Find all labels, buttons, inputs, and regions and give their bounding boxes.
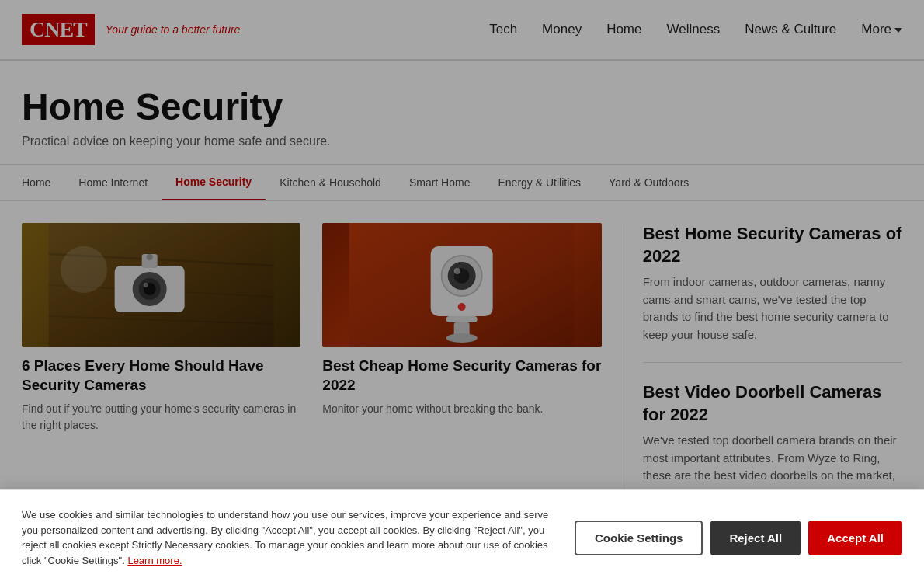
cookie-settings-button[interactable]: Cookie Settings: [575, 521, 703, 524]
content-grid: 6 Places Every Home Should Have Security…: [0, 201, 924, 524]
site-header: CNET Your guide to a better future Tech …: [0, 0, 924, 61]
chevron-down-icon: [894, 28, 902, 33]
svg-point-17: [458, 303, 466, 311]
page-subtitle: Practical advice on keeping your home sa…: [22, 134, 902, 148]
svg-point-16: [454, 268, 460, 274]
accept-all-button[interactable]: Accept All: [808, 521, 902, 524]
nav-wellness[interactable]: Wellness: [667, 22, 721, 37]
sub-nav-smart-home[interactable]: Smart Home: [395, 165, 485, 200]
svg-rect-18: [446, 316, 478, 322]
featured-title-2[interactable]: Best Video Doorbell Cameras for 2022: [643, 381, 902, 426]
sub-nav: Home Home Internet Home Security Kitchen…: [0, 165, 924, 201]
site-tagline: Your guide to a better future: [106, 23, 241, 36]
page-title: Home Security: [22, 85, 902, 128]
svg-point-10: [147, 254, 153, 260]
nav-news-culture[interactable]: News & Culture: [745, 22, 836, 37]
article-title-2[interactable]: Best Cheap Home Security Cameras for 202…: [322, 357, 601, 395]
nav-home[interactable]: Home: [606, 22, 641, 37]
sub-nav-energy[interactable]: Energy & Utilities: [484, 165, 595, 200]
article-desc-2: Monitor your home without breaking the b…: [322, 401, 601, 417]
featured-desc-1: From indoor cameras, outdoor cameras, na…: [643, 273, 902, 343]
article-card-2: Best Cheap Home Security Cameras for 202…: [322, 223, 601, 434]
svg-point-8: [144, 283, 148, 287]
nav-tech[interactable]: Tech: [489, 22, 517, 37]
cookie-text: We use cookies and similar technologies …: [22, 507, 556, 524]
article-title-1[interactable]: 6 Places Every Home Should Have Security…: [22, 357, 300, 395]
sub-nav-yard[interactable]: Yard & Outdoors: [595, 165, 703, 200]
cookie-buttons: Cookie Settings Reject All Accept All: [575, 521, 902, 524]
logo-area: CNET Your guide to a better future: [22, 14, 240, 45]
sub-nav-home-internet[interactable]: Home Internet: [64, 165, 162, 200]
main-nav: Tech Money Home Wellness News & Culture …: [489, 22, 902, 37]
featured-title-1[interactable]: Best Home Security Cameras of 2022: [643, 223, 902, 267]
article-card-1: 6 Places Every Home Should Have Security…: [22, 223, 300, 434]
sub-nav-home[interactable]: Home: [22, 165, 64, 200]
cnet-logo[interactable]: CNET: [22, 14, 95, 45]
featured-divider: [643, 362, 902, 363]
featured-article-column: Best Home Security Cameras of 2022 From …: [624, 223, 902, 502]
nav-more[interactable]: More: [861, 22, 902, 37]
article-image-1[interactable]: [22, 223, 300, 347]
nav-money[interactable]: Money: [542, 22, 582, 37]
page-hero: Home Security Practical advice on keepin…: [0, 61, 924, 165]
sub-nav-kitchen[interactable]: Kitchen & Household: [266, 165, 395, 200]
cookie-banner: We use cookies and similar technologies …: [0, 489, 924, 524]
svg-point-20: [446, 333, 478, 343]
article-image-2[interactable]: [322, 223, 601, 347]
reject-all-button[interactable]: Reject All: [710, 521, 801, 524]
article-desc-1: Find out if you're putting your home's s…: [22, 401, 300, 434]
sub-nav-home-security[interactable]: Home Security: [162, 165, 266, 201]
